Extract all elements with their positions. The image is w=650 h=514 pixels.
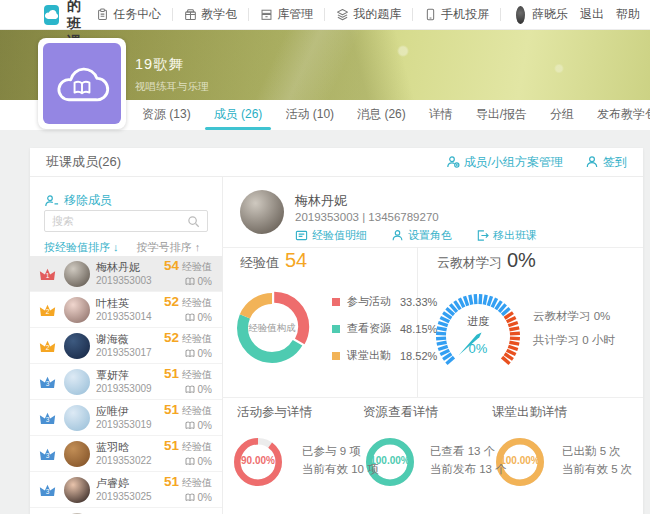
gauge-value: 0% xyxy=(458,341,498,356)
person-icon xyxy=(585,155,599,169)
arrow-down-icon: ↓ xyxy=(113,241,119,253)
member-avatar xyxy=(64,297,90,323)
svg-text:3: 3 xyxy=(46,380,50,387)
members-card-header: 班课成员(26) 成员/小组方案管理 签到 xyxy=(30,148,643,177)
help-link[interactable]: 帮助 xyxy=(616,6,640,23)
set-role-button[interactable]: 设置角色 xyxy=(391,228,452,243)
member-avatar xyxy=(64,405,90,431)
rank-crown-icon: 2 xyxy=(39,303,56,317)
member-avatar xyxy=(64,333,90,359)
book-icon xyxy=(185,385,195,394)
legend-label: 参与活动 xyxy=(347,294,391,309)
topbar: 我的班课 任务中心 教学包 库管理 我的题库 手机投屏 薛晓乐 退出 帮助 xyxy=(0,0,650,30)
member-exp: 52经验值 xyxy=(164,294,212,310)
nav-divider xyxy=(500,8,501,21)
person-icon xyxy=(391,229,404,242)
activity-line2: 当前有效 10 项 xyxy=(302,462,379,477)
topbar-nav-5[interactable]: 手机投屏 xyxy=(424,6,489,23)
member-study-rate: 0% xyxy=(185,384,212,395)
member-list-item[interactable]: 3 蓝羽晗 2019353022 51经验值 0% xyxy=(30,436,222,472)
move-out-button[interactable]: 移出班课 xyxy=(476,228,537,243)
sort-by-exp-button[interactable]: 按经验值排序 ↓ xyxy=(44,240,119,255)
tab-7[interactable]: 分组 xyxy=(548,100,576,130)
class-title: 19歌舞 xyxy=(135,55,209,74)
rank-crown-icon: 3 xyxy=(39,375,56,389)
member-search-input[interactable] xyxy=(52,215,187,227)
package-icon xyxy=(184,8,197,21)
nav-divider xyxy=(412,8,413,21)
rank-crown-icon: 3 xyxy=(39,483,56,497)
member-list-item[interactable]: 3 覃妍萍 2019353009 51经验值 0% xyxy=(30,364,222,400)
member-name: 应唯伊 xyxy=(96,404,129,419)
profile-avatar xyxy=(240,190,284,234)
svg-text:3: 3 xyxy=(46,452,50,459)
member-avatar xyxy=(64,441,90,467)
nav-divider xyxy=(324,8,325,21)
book-icon xyxy=(185,277,195,286)
members-card: 班课成员(26) 成员/小组方案管理 签到 移除成员 按经验值排序 ↓ xyxy=(30,148,643,514)
member-avatar xyxy=(64,261,90,287)
person-gear-icon xyxy=(446,155,460,169)
exp-detail-button[interactable]: 经验值明细 xyxy=(295,228,367,243)
member-avatar xyxy=(64,369,90,395)
sort-by-id-button[interactable]: 按学号排序 ↑ xyxy=(137,240,201,255)
logout-link[interactable]: 退出 xyxy=(580,6,604,23)
attendance-detail-title: 课堂出勤详情 xyxy=(492,404,567,421)
checkin-button[interactable]: 签到 xyxy=(585,154,627,171)
member-list-item[interactable]: 3 应唯伊 2019353019 51经验值 0% xyxy=(30,400,222,436)
member-student-id: 2019353009 xyxy=(96,383,152,394)
member-student-id: 2019353022 xyxy=(96,455,152,466)
topbar-nav-2[interactable]: 教学包 xyxy=(184,6,237,23)
my-class-app: 我的班课 任务中心 教学包 库管理 我的题库 手机投屏 薛晓乐 退出 帮助 xyxy=(0,0,650,514)
book-icon xyxy=(185,313,195,322)
book-icon xyxy=(185,457,195,466)
tab-4[interactable]: 消息 (26) xyxy=(355,100,408,130)
member-exp: 51经验值 xyxy=(164,402,212,418)
resource-line1: 已查看 13 个 xyxy=(430,444,495,459)
tab-8[interactable]: 发布教学包 xyxy=(595,100,650,130)
tab-2[interactable]: 成员 (26) xyxy=(212,100,265,130)
legend-swatch xyxy=(332,352,340,360)
activity-detail-title: 活动参与详情 xyxy=(237,404,312,421)
member-list-item[interactable]: 2 谢海薇 2019353017 52经验值 0% xyxy=(30,328,222,364)
tab-1[interactable]: 资源 (13) xyxy=(140,100,193,130)
tab-3[interactable]: 活动 (10) xyxy=(283,100,336,130)
member-avatar xyxy=(64,477,90,503)
cloud-study-hours: 共计学习 0 小时 xyxy=(533,333,615,348)
attendance-line1: 已出勤 5 次 xyxy=(562,444,621,459)
progress-gauge-chart xyxy=(423,281,533,391)
book-icon xyxy=(185,349,195,358)
legend-swatch xyxy=(332,298,340,306)
remove-member-button[interactable]: 移除成员 xyxy=(44,192,112,209)
arrow-up-icon: ↑ xyxy=(195,241,201,253)
member-student-id: 2019353025 xyxy=(96,491,152,502)
search-icon[interactable] xyxy=(187,215,200,228)
member-list-item[interactable] xyxy=(30,508,222,514)
member-list-item[interactable]: 1 梅林丹妮 2019353003 54经验值 0% xyxy=(30,256,222,292)
exp-chart-legend: 参与活动 33.33% 查看资源 48.15% 课堂出勤 18.52% xyxy=(332,294,437,363)
class-info: 19歌舞 视唱练耳与乐理 xyxy=(135,55,209,94)
user-name[interactable]: 薛晓乐 xyxy=(532,6,568,23)
tab-5[interactable]: 详情 xyxy=(427,100,455,130)
header-links: 成员/小组方案管理 签到 xyxy=(446,154,627,171)
topbar-nav-4[interactable]: 我的题库 xyxy=(336,6,401,23)
topbar-nav-1[interactable]: 任务中心 xyxy=(96,6,161,23)
member-name: 覃妍萍 xyxy=(96,368,129,383)
user-avatar[interactable] xyxy=(516,6,525,24)
legend-item: 课堂出勤 18.52% xyxy=(332,348,437,363)
tab-6[interactable]: 导出/报告 xyxy=(474,100,529,130)
member-list-item[interactable]: 3 卢睿婷 2019353025 51经验值 0% xyxy=(30,472,222,508)
app-cloud-logo-icon[interactable] xyxy=(44,5,59,25)
topbar-nav-3[interactable]: 库管理 xyxy=(260,6,313,23)
person-minus-icon xyxy=(44,194,59,208)
exp-section-title: 经验值54 xyxy=(240,249,307,272)
member-list-item[interactable]: 2 叶桂英 2019353014 52经验值 0% xyxy=(30,292,222,328)
cloud-study-percent: 云教材学习 0% xyxy=(533,309,610,324)
legend-swatch xyxy=(332,325,340,333)
class-cloud-book-icon xyxy=(38,38,126,129)
exit-arrow-icon xyxy=(476,229,489,242)
svg-text:2: 2 xyxy=(46,308,50,315)
nav-divider xyxy=(172,8,173,21)
book-icon xyxy=(185,421,195,430)
group-plan-manage-button[interactable]: 成员/小组方案管理 xyxy=(446,154,563,171)
